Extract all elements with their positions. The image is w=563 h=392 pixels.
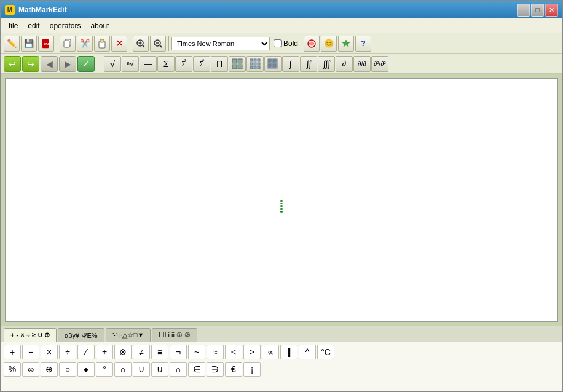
symbol-button[interactable]: % [4,362,21,377]
zoom-in-button[interactable] [133,36,149,52]
smiley-button[interactable]: 😊 [321,36,337,52]
symbol-button[interactable]: ∪ [133,362,150,377]
toolbar1: ✏️ 💾 PDF ✂️ ✕ Times New Roman Arial Cour… [1,33,562,54]
symbol-button[interactable]: € [225,362,242,377]
integral2-button[interactable]: ∬ [300,56,317,72]
symbol-button[interactable]: ≈ [207,345,224,359]
integral1-button[interactable]: ∫ [282,56,299,72]
symbol-button[interactable]: ± [96,345,113,359]
product-button[interactable]: Π [211,56,228,72]
tab-geometry[interactable]: ∵·:·△☆□▼ [106,328,151,342]
symbol-button[interactable]: ∪ [151,362,168,377]
tab-arithmetic[interactable]: + - × ÷ ≥ ∪ ⊕ [4,328,57,342]
forward-button[interactable]: ▶ [59,56,76,72]
symbol-button[interactable]: ∝ [262,345,279,359]
svg-rect-35 [268,64,270,66]
bold-checkbox[interactable] [274,39,282,47]
svg-rect-14 [232,59,237,63]
symbol-button[interactable]: ~ [188,345,205,359]
save-button[interactable]: 💾 [21,36,37,52]
integral3-button[interactable]: ∭ [318,56,335,72]
svg-rect-38 [275,64,277,66]
maximize-button[interactable]: □ [531,4,544,17]
svg-rect-34 [275,61,277,63]
close-button[interactable]: ✕ [545,4,558,17]
svg-rect-24 [250,66,253,69]
redo-button[interactable]: ↪ [22,56,39,72]
symbol-button[interactable]: ≠ [133,345,150,359]
symbol-row1: +−×÷⁄±※≠≡¬~≈≤≥∝‖^°C [4,345,559,359]
paste-button[interactable] [94,36,110,52]
symbol-button[interactable]: °C [317,345,334,359]
partial3-button[interactable]: ∂²/∂² [371,56,388,72]
font-select[interactable]: Times New Roman Arial Courier New [171,37,270,50]
symbol-button[interactable]: ∞ [22,362,39,377]
pen-button[interactable]: ✏️ [4,36,20,52]
symbol-button[interactable]: ÷ [59,345,76,359]
tab-roman[interactable]: I II i ii ① ② [152,328,197,342]
pdf-button[interactable]: PDF [38,36,54,52]
symbol-button[interactable]: ^ [299,345,316,359]
sqrt-button[interactable]: √ [104,56,121,72]
zoom-out-button[interactable] [150,36,166,52]
matrix1-button[interactable] [229,56,246,72]
minus-button[interactable]: — [140,56,157,72]
sum2-button[interactable]: Σn [175,56,192,72]
svg-text:PDF: PDF [44,42,50,46]
symbol-button[interactable]: + [4,345,21,359]
symbol-button[interactable]: ≡ [151,345,168,359]
symbol-button[interactable]: ° [96,362,113,377]
menu-operators[interactable]: operators [45,20,86,31]
symbol-button[interactable]: ‖ [280,345,297,359]
partial2-button[interactable]: ∂/∂ [353,56,371,72]
color-button[interactable] [304,36,320,52]
symbol-button[interactable]: × [41,345,58,359]
partial1-button[interactable]: ∂ [336,56,353,72]
svg-rect-23 [258,63,260,65]
bottom-tabs: + - × ÷ ≥ ∪ ⊕ αβγ¥ ΨΕ% ∵·:·△☆□▼ I II i i… [1,326,562,342]
svg-rect-33 [273,61,275,63]
minimize-button[interactable]: ─ [517,4,530,17]
menu-edit[interactable]: edit [23,20,44,31]
sum3-button[interactable]: Σ∞ [193,56,210,72]
editor-canvas[interactable] [5,78,558,322]
svg-rect-17 [238,65,242,69]
math-toolbar: √ ⁿ√ — Σ Σn Σ∞ Π ∫ ∬ ∭ ∂ ∂/∂ ∂²/∂² [103,54,562,74]
svg-rect-42 [275,66,277,68]
symbol-button[interactable]: ∩ [114,362,132,377]
back-button[interactable]: ◀ [41,56,58,72]
scissors-button[interactable]: ✂️ [77,36,93,52]
window-title: MathMarkEdit [18,6,513,14]
symbol-button[interactable]: ¬ [170,345,187,359]
symbol-button[interactable]: ○ [59,362,76,377]
sum1-button[interactable]: Σ [157,56,175,72]
matrix3-button[interactable] [264,56,282,72]
symbol-button[interactable]: ∈ [188,362,205,377]
menu-file[interactable]: file [4,20,23,31]
star-button[interactable] [338,36,354,52]
delete-button[interactable]: ✕ [111,36,127,52]
symbol-button[interactable]: ※ [114,345,132,359]
symbol-button[interactable]: ⁄ [77,345,95,359]
menu-about[interactable]: about [85,20,114,31]
undo-button[interactable]: ↩ [4,56,21,72]
help-button[interactable]: ? [355,36,371,52]
nth-root-button[interactable]: ⁿ√ [122,56,139,72]
symbol-button[interactable]: ⊕ [41,362,58,377]
svg-rect-21 [250,63,253,65]
check-button[interactable]: ✓ [77,56,95,72]
symbol-button[interactable]: ≥ [243,345,261,359]
symbol-button[interactable]: ≤ [225,345,242,359]
svg-rect-36 [270,64,272,66]
matrix2-button[interactable] [246,56,264,72]
symbol-button[interactable]: ∋ [207,362,224,377]
symbol-button[interactable]: − [22,345,39,359]
symbol-button[interactable]: ● [77,362,95,377]
svg-line-9 [143,45,144,47]
symbol-button[interactable]: ¡ [243,362,261,377]
tab-greek[interactable]: αβγ¥ ΨΕ% [58,328,104,342]
bold-checkbox-label: Bold [274,39,298,48]
sep4 [301,36,301,51]
copy-button[interactable] [60,36,76,52]
symbol-button[interactable]: ∩ [170,362,187,377]
